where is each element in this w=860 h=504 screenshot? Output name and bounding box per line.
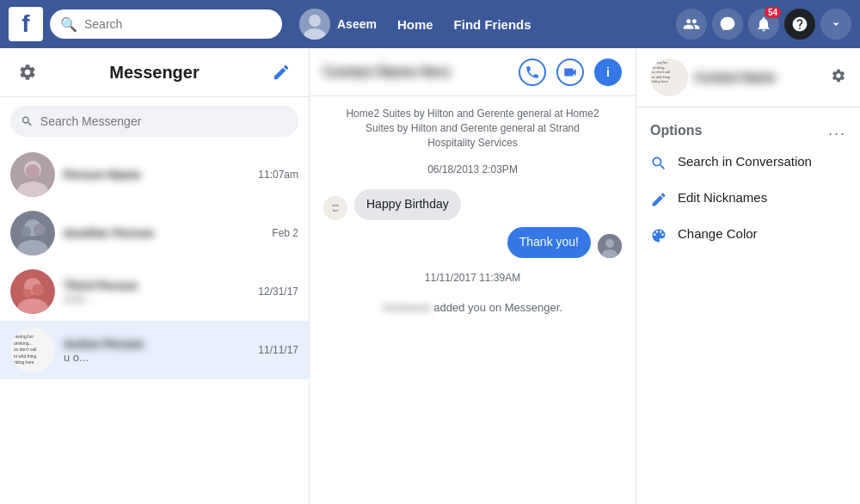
- conv-name: Person Name: [64, 168, 249, 181]
- chat-area: Contact Name Here i Home2 Suites by Hilt…: [310, 48, 636, 504]
- timestamp-divider: 11/11/2017 11:39AM: [323, 272, 622, 284]
- options-title: Options: [650, 123, 702, 138]
- option-search-conversation[interactable]: Search in Conversation: [650, 153, 846, 172]
- panel-avatar-row: having fun drinking... so don't call to …: [650, 58, 776, 96]
- options-section: Options ... Search in Conversation Edit …: [636, 108, 860, 275]
- right-panel: having fun drinking... so don't call to …: [636, 48, 860, 504]
- conversation-item[interactable]: Another Person Feb 2: [0, 204, 309, 262]
- conversation-item[interactable]: Third Person ecte... 12/31/17: [0, 262, 309, 321]
- option-label: Edit Nicknames: [678, 189, 767, 206]
- chat-header: Contact Name Here i: [310, 48, 636, 96]
- option-edit-nicknames[interactable]: Edit Nicknames: [650, 189, 846, 208]
- conv-avatar: [10, 269, 55, 314]
- svg-point-6: [26, 164, 40, 178]
- notification-badge: 54: [765, 7, 781, 18]
- panel-avatar: having fun drinking... so don't call to …: [650, 58, 688, 96]
- svg-point-10: [21, 226, 31, 237]
- svg-point-1: [309, 15, 321, 27]
- options-header: Options ...: [650, 121, 846, 139]
- edit-nicknames-icon: [650, 191, 667, 208]
- facebook-logo[interactable]: f: [9, 7, 43, 41]
- nav-find-friends[interactable]: Find Friends: [454, 17, 531, 32]
- msg-avatar: notetext: [323, 196, 347, 220]
- compose-icon-btn[interactable]: [267, 58, 295, 86]
- chat-contact-name: Contact Name Here: [323, 65, 451, 80]
- conv-avatar: having fun drinking... so don't call to …: [10, 328, 55, 372]
- message-row: Thank you!: [323, 227, 622, 258]
- nav-icons: 54: [676, 9, 851, 40]
- search-bar[interactable]: 🔍: [50, 9, 282, 39]
- nav-username: Aseem: [337, 17, 377, 31]
- system-message: Someone added you on Messenger.: [323, 301, 622, 314]
- conversation-item[interactable]: having fun drinking... so don't call to …: [0, 321, 309, 379]
- conv-info: Third Person ecte...: [64, 279, 249, 305]
- notifications-icon-btn[interactable]: 54: [748, 9, 779, 40]
- gear-icon-btn[interactable]: [831, 68, 846, 88]
- message-row: notetext Happy Birthday: [323, 189, 622, 220]
- search-icon: 🔍: [60, 16, 77, 33]
- chat-messages: Home2 Suites by Hilton and Gerente gener…: [310, 96, 636, 504]
- conv-info: Person Name: [64, 168, 249, 181]
- svg-point-15: [23, 289, 32, 298]
- main-layout: Messenger Person: [0, 48, 860, 504]
- message-bubble: Happy Birthday: [354, 189, 461, 220]
- info-icon-btn[interactable]: i: [594, 58, 622, 86]
- conv-name: Active Person: [64, 337, 249, 351]
- conv-avatar: [10, 152, 55, 197]
- conv-info: Another Person: [64, 226, 263, 240]
- sidebar-search[interactable]: [10, 106, 298, 137]
- avatar[interactable]: [299, 9, 330, 40]
- conv-time: 12/31/17: [258, 286, 298, 298]
- video-icon-btn[interactable]: [556, 58, 584, 86]
- search-messenger-input[interactable]: [40, 114, 288, 128]
- panel-contact-name: Contact Name: [695, 71, 776, 84]
- left-sidebar: Messenger Person: [0, 48, 310, 504]
- svg-point-18: [605, 239, 614, 248]
- conv-name: Third Person: [64, 279, 249, 292]
- change-color-icon: [650, 227, 667, 244]
- chevron-down-icon-btn[interactable]: [820, 9, 851, 40]
- settings-icon-btn[interactable]: [14, 58, 41, 86]
- conv-name: Another Person: [64, 226, 263, 240]
- help-icon-btn[interactable]: [784, 9, 815, 40]
- note-preview: having fun drinking... so don't call to …: [10, 328, 55, 372]
- search-input[interactable]: [84, 17, 272, 31]
- options-more-btn[interactable]: ...: [828, 121, 846, 139]
- chat-header-icons: i: [519, 58, 622, 86]
- message-bubble: Thank you!: [507, 227, 591, 258]
- phone-icon-btn[interactable]: [519, 58, 546, 86]
- svg-point-11: [34, 224, 46, 236]
- fb-letter: f: [22, 12, 29, 36]
- panel-header: having fun drinking... so don't call to …: [636, 48, 860, 108]
- sidebar-header: Messenger: [0, 48, 309, 97]
- profile-info: Home2 Suites by Hilton and Gerente gener…: [323, 107, 622, 150]
- conv-info: Active Person u o...: [64, 337, 249, 364]
- conv-preview: u o...: [64, 351, 249, 364]
- conv-time: Feb 2: [272, 227, 298, 239]
- messenger-icon-btn[interactable]: [712, 9, 743, 40]
- msg-avatar: [598, 234, 622, 258]
- conversation-item[interactable]: Person Name 11:07am: [0, 145, 309, 204]
- conv-preview: ecte...: [64, 292, 249, 305]
- svg-point-16: [32, 284, 44, 296]
- conversation-list: Person Name 11:07am Anothe: [0, 145, 309, 504]
- conv-avatar: [10, 211, 55, 255]
- nav-links: Home Find Friends: [397, 17, 531, 32]
- sidebar-title: Messenger: [109, 63, 200, 83]
- option-label: Search in Conversation: [678, 153, 812, 170]
- option-change-color[interactable]: Change Color: [650, 225, 846, 244]
- search-in-conv-icon: [650, 155, 667, 172]
- nav-home[interactable]: Home: [397, 17, 433, 32]
- nav-user: Aseem: [299, 9, 377, 40]
- timestamp-divider: 06/18/2013 2:03PM: [323, 163, 622, 175]
- conv-time: 11:07am: [258, 169, 298, 181]
- conv-time: 11/11/17: [258, 344, 298, 356]
- top-nav: f 🔍 Aseem Home Find Friends 54: [0, 0, 860, 48]
- option-label: Change Color: [678, 225, 758, 243]
- friends-icon-btn[interactable]: [676, 9, 707, 40]
